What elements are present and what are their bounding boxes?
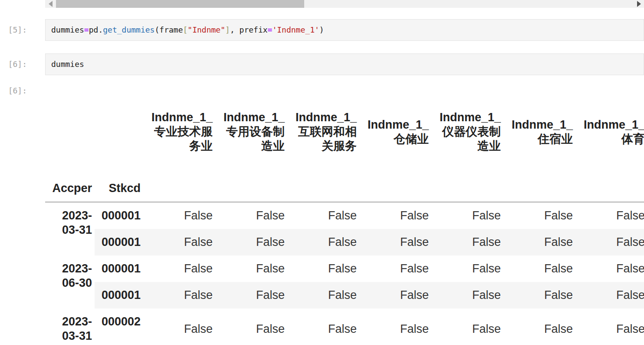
value-cell: False — [575, 309, 644, 345]
stkcd-index-cell: 000001 — [95, 255, 143, 282]
code-token: dummies — [51, 60, 84, 69]
blank-cell — [431, 175, 503, 202]
code-token: 'Indnme_1' — [272, 25, 319, 34]
column-header: Indnme_1_专业技术服务业 — [143, 104, 215, 175]
code-token: frame — [159, 25, 183, 34]
value-cell: False — [575, 282, 644, 309]
table-row: 000001FalseFalseFalseFalseFalseFalseFals… — [45, 282, 644, 309]
column-header-row: Indnme_1_专业技术服务业Indnme_1_专用设备制造业Indnme_1… — [45, 104, 644, 175]
value-cell: False — [215, 282, 287, 309]
column-header: Indnme_1_住宿业 — [503, 104, 575, 175]
value-cell: False — [359, 282, 431, 309]
code-token: dummies — [51, 25, 84, 34]
value-cell: False — [431, 229, 503, 255]
column-header: Indnme_1_仓储业 — [359, 104, 431, 175]
blank-corner-cell — [95, 104, 143, 175]
code-token: prefix — [240, 25, 268, 34]
code-token: [ — [183, 25, 187, 34]
scrollbar-thumb[interactable] — [56, 0, 304, 8]
blank-cell — [215, 175, 287, 202]
value-cell: False — [287, 255, 359, 282]
output-prompt-6: [6]: — [0, 85, 45, 345]
value-cell: False — [143, 202, 215, 229]
value-cell: False — [287, 309, 359, 345]
code-token: ] — [225, 25, 230, 34]
value-cell: False — [215, 229, 287, 255]
blank-cell — [575, 175, 644, 202]
blank-cell — [287, 175, 359, 202]
blank-corner-cell — [45, 104, 95, 175]
code-token: pd — [89, 25, 99, 34]
value-cell: False — [143, 282, 215, 309]
output-cell-6: [6]: Indnme_1_专业技术服务业Indnme_1_专用设备制造业Ind… — [0, 85, 644, 345]
dataframe-output-area: Indnme_1_专业技术服务业Indnme_1_专用设备制造业Indnme_1… — [45, 85, 644, 345]
table-body: 2023-03-31000001FalseFalseFalseFalseFals… — [45, 202, 644, 345]
value-cell: False — [431, 282, 503, 309]
blank-cell — [359, 175, 431, 202]
accper-index-cell: 2023-03-31 — [45, 202, 95, 255]
value-cell: False — [359, 229, 431, 255]
table-header: Indnme_1_专业技术服务业Indnme_1_专用设备制造业Indnme_1… — [45, 104, 644, 202]
code-token: = — [84, 25, 89, 34]
value-cell: False — [143, 309, 215, 345]
value-cell: False — [503, 309, 575, 345]
value-cell: False — [359, 309, 431, 345]
value-cell: False — [431, 309, 503, 345]
index-name-header: Stkcd — [95, 175, 143, 202]
dataframe-table: Indnme_1_专业技术服务业Indnme_1_专用设备制造业Indnme_1… — [45, 104, 644, 345]
code-editor-6[interactable]: dummies — [45, 53, 644, 75]
stkcd-index-cell: 000001 — [95, 282, 143, 309]
stkcd-index-cell: 000001 — [95, 229, 143, 255]
column-header: Indnme_1_互联网和相关服务 — [287, 104, 359, 175]
value-cell: False — [287, 229, 359, 255]
accper-index-cell: 2023-06-30 — [45, 255, 95, 309]
code-token: get_dummies — [103, 25, 154, 34]
code-token: = — [268, 25, 273, 34]
value-cell: False — [143, 255, 215, 282]
code-cell-5: [5]: dummies=pd.get_dummies(frame["Indnm… — [0, 19, 644, 41]
value-cell: False — [287, 202, 359, 229]
value-cell: False — [143, 229, 215, 255]
value-cell: False — [503, 202, 575, 229]
column-header: Indnme_1_体育 — [575, 104, 644, 175]
value-cell: False — [575, 255, 644, 282]
input-prompt-5: [5]: — [0, 19, 45, 41]
accper-index-cell: 2023-03-31 — [45, 309, 95, 345]
scroll-left-arrow-icon — [49, 1, 53, 7]
value-cell: False — [503, 229, 575, 255]
table-row: 2023-03-31000002FalseFalseFalseFalseFals… — [45, 309, 644, 345]
value-cell: False — [575, 229, 644, 255]
value-cell: False — [359, 202, 431, 229]
scroll-right-arrow-icon — [637, 1, 641, 7]
value-cell: False — [503, 255, 575, 282]
stkcd-index-cell: 000002 — [95, 309, 143, 345]
value-cell: False — [215, 309, 287, 345]
horizontal-scrollbar[interactable] — [45, 0, 644, 8]
column-header: Indnme_1_仪器仪表制造业 — [431, 104, 503, 175]
column-header: Indnme_1_专用设备制造业 — [215, 104, 287, 175]
value-cell: False — [431, 255, 503, 282]
value-cell: False — [215, 255, 287, 282]
code-token: , — [230, 25, 240, 34]
scrollbar-left-button[interactable] — [45, 0, 56, 8]
value-cell: False — [503, 282, 575, 309]
value-cell: False — [575, 202, 644, 229]
value-cell: False — [287, 282, 359, 309]
table-row: 2023-03-31000001FalseFalseFalseFalseFals… — [45, 202, 644, 229]
code-token: ) — [319, 25, 324, 34]
stkcd-index-cell: 000001 — [95, 202, 143, 229]
input-prompt-6: [6]: — [0, 53, 45, 75]
index-name-row: AccperStkcd — [45, 175, 644, 202]
code-token: ( — [154, 25, 159, 34]
index-name-header: Accper — [45, 175, 95, 202]
code-token: "Indnme" — [187, 25, 225, 34]
code-editor-5[interactable]: dummies=pd.get_dummies(frame["Indnme"], … — [45, 19, 644, 41]
value-cell: False — [215, 202, 287, 229]
value-cell: False — [431, 202, 503, 229]
blank-cell — [503, 175, 575, 202]
blank-cell — [143, 175, 215, 202]
code-cell-6: [6]: dummies — [0, 53, 644, 75]
code-token: . — [98, 25, 103, 34]
scrollbar-right-button[interactable] — [634, 0, 644, 8]
value-cell: False — [359, 255, 431, 282]
